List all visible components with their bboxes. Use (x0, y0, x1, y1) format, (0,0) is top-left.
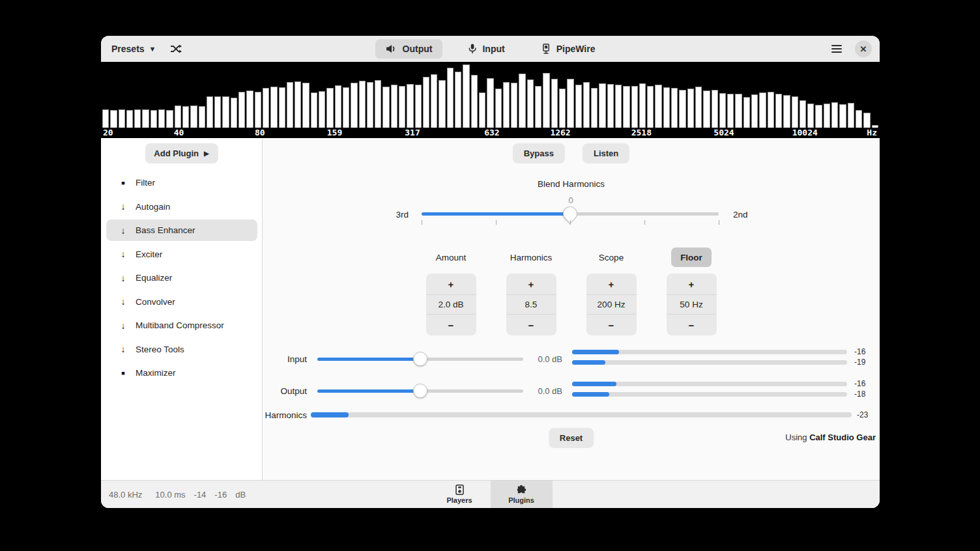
plugin-item-label: Autogain (136, 202, 170, 212)
presets-menu-button[interactable]: Presets ▼ (111, 44, 156, 54)
spectrum-bar (126, 110, 133, 128)
increment-button[interactable]: + (506, 274, 556, 294)
spectrum-bar (222, 96, 229, 128)
arrow-down-icon: ↓ (118, 344, 128, 354)
square-icon: ■ (118, 370, 128, 376)
spectrum-bar (102, 109, 109, 128)
tab-plugins[interactable]: Plugins (491, 481, 553, 508)
spectrum-bar (807, 104, 814, 128)
tab-output[interactable]: Output (375, 39, 443, 59)
plugin-item-label: Bass Enhancer (136, 225, 195, 235)
spectrum-bar (487, 78, 493, 128)
spin-value[interactable]: 2.0 dB (426, 294, 476, 315)
spectrum-bar (158, 109, 165, 128)
frequency-axis-labels: 20408015931763212622518502410024Hz (101, 128, 880, 137)
input-slider-handle[interactable] (413, 352, 427, 366)
spectrum-bar (351, 83, 357, 128)
harmonics-meter-row: Harmonics -23 (263, 409, 880, 422)
arrow-down-icon: ↓ (118, 201, 128, 212)
sidebar-item-bass-enhancer[interactable]: ↓Bass Enhancer (106, 219, 257, 241)
spinbox-harmonics: +8.5− (506, 274, 556, 335)
spectrum-bar (375, 80, 381, 128)
add-plugin-button[interactable]: Add Plugin ▶ (145, 143, 218, 163)
control-amount: Amount+2.0 dB− (426, 247, 476, 335)
spectrum-bar (839, 104, 846, 128)
harmonics-meter-value: -23 (857, 410, 868, 419)
frequency-tick-label: 159 (327, 128, 342, 137)
blend-harmonics-slider[interactable] (422, 212, 719, 216)
sidebar-item-maximizer[interactable]: ■Maximizer (106, 362, 257, 384)
increment-button[interactable]: + (586, 274, 637, 294)
pipewire-device-icon (541, 44, 551, 54)
close-icon: ✕ (860, 44, 867, 54)
input-gain-slider[interactable] (317, 358, 523, 361)
spectrum-bar (238, 92, 245, 128)
spectrum-bar (431, 74, 437, 128)
spectrum-bar (775, 94, 782, 128)
spectrum-bar (639, 83, 646, 128)
output-meter-value: -16 (854, 379, 875, 388)
decrement-button[interactable]: − (586, 315, 637, 335)
tab-pipewire[interactable]: PipeWire (531, 39, 606, 59)
spectrum-bar (231, 98, 237, 128)
spectrum-bar (359, 81, 366, 128)
spectrum-bar (246, 91, 253, 128)
tab-input[interactable]: Input (458, 39, 515, 59)
reset-button[interactable]: Reset (549, 428, 594, 448)
output-gain-value: 0.0 dB (528, 386, 562, 396)
close-button[interactable]: ✕ (855, 40, 872, 57)
hamburger-menu-button[interactable] (831, 45, 842, 53)
spin-value[interactable]: 50 Hz (667, 294, 717, 315)
sidebar-item-exciter[interactable]: ↓Exciter (106, 244, 257, 265)
increment-button[interactable]: + (667, 274, 717, 294)
sidebar-item-autogain[interactable]: ↓Autogain (106, 196, 257, 218)
sidebar-item-convolver[interactable]: ↓Convolver (106, 291, 257, 313)
control-toggle-floor[interactable]: Floor (671, 247, 712, 267)
spectrum-bar (567, 79, 573, 128)
spectrum-bar (391, 85, 397, 128)
control-harmonics: Harmonics+8.5− (506, 247, 556, 335)
sidebar-item-filter[interactable]: ■Filter (106, 172, 257, 193)
spectrum-bar (367, 82, 373, 128)
decrement-button[interactable]: − (506, 315, 556, 335)
tab-players[interactable]: Players (429, 481, 491, 508)
output-slider-handle[interactable] (413, 384, 427, 398)
spin-value[interactable]: 8.5 (506, 294, 556, 315)
shuffle-button[interactable] (170, 44, 182, 53)
tab-output-label: Output (403, 44, 433, 54)
control-label: Harmonics (510, 247, 553, 267)
sidebar-item-equalizer[interactable]: ↓Equalizer (106, 267, 257, 289)
listen-button[interactable]: Listen (583, 143, 629, 163)
input-gain-value: 0.0 dB (528, 354, 562, 364)
output-gain-label: Output (263, 386, 307, 396)
spectrum-bar (142, 109, 149, 128)
bypass-button[interactable]: Bypass (513, 143, 565, 163)
presets-label: Presets (111, 44, 145, 54)
spectrum-bar (134, 109, 141, 128)
spin-value[interactable]: 200 Hz (586, 294, 637, 315)
increment-button[interactable]: + (426, 274, 476, 294)
spectrum-bar (439, 80, 445, 128)
spectrum-bar (735, 94, 742, 128)
arrow-down-icon: ↓ (118, 225, 128, 236)
harmonics-level-meter (311, 412, 852, 417)
level-right-value: -16 (214, 490, 227, 500)
chevron-down-icon: ▼ (149, 46, 156, 53)
plugin-item-label: Convolver (136, 297, 175, 307)
sidebar-item-multiband-compressor[interactable]: ↓Multiband Compressor (106, 315, 257, 336)
sidebar-item-stereo-tools[interactable]: ↓Stereo Tools (106, 339, 257, 360)
status-line: 48.0 kHz 10.0 ms -14 -16 dB (109, 481, 246, 508)
decrement-button[interactable]: − (667, 315, 717, 335)
spectrum-bar (712, 90, 718, 128)
spectrum-bar (399, 86, 405, 128)
frequency-tick-label: 2518 (631, 128, 652, 137)
decrement-button[interactable]: − (426, 315, 476, 335)
spectrum-bar (311, 92, 317, 128)
spectrum-bar (415, 85, 422, 128)
level-left-value: -14 (194, 490, 207, 500)
puzzle-icon (516, 485, 526, 495)
spectrum-bar (848, 103, 854, 128)
output-gain-slider[interactable] (317, 389, 523, 393)
spectrum-bar (543, 73, 549, 128)
plugin-panel: Bypass Listen Blend Harmonics 0 3rd 2nd … (263, 138, 880, 480)
